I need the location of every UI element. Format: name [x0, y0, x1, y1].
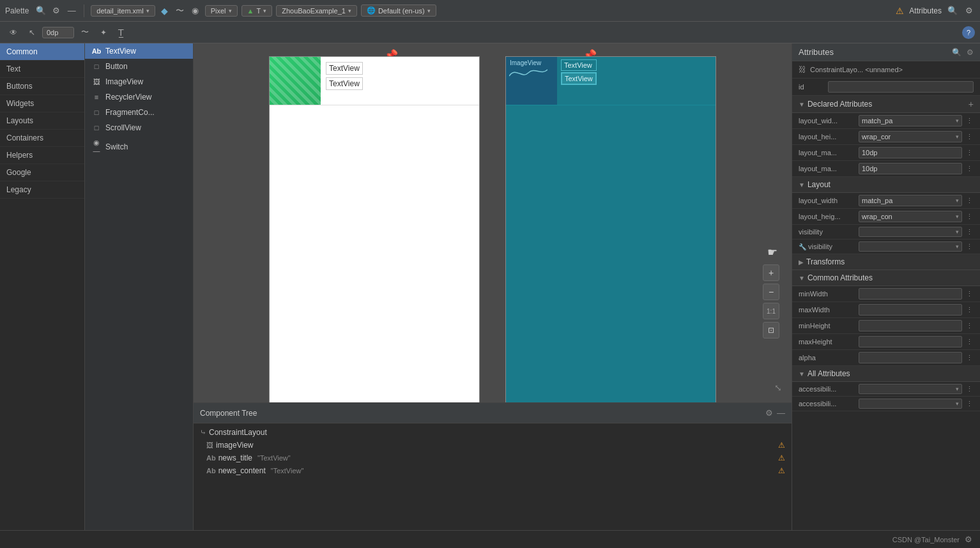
attr-dropdown-lh2[interactable]: wrap_con ▾: [859, 211, 962, 222]
sidebar-item-helpers[interactable]: Helpers: [0, 147, 84, 164]
attr-flag-acc2[interactable]: ⋮: [965, 399, 974, 408]
attr-value-minh[interactable]: [859, 320, 962, 331]
magic-button[interactable]: ✦: [96, 26, 111, 40]
attr-dropdown-acc2[interactable]: ▾: [859, 399, 962, 409]
attr-settings-icon[interactable]: ⚙: [963, 5, 975, 17]
layout-section-header[interactable]: ▼ Layout: [792, 177, 980, 193]
comp-item-switch[interactable]: ◉— Switch: [85, 135, 193, 158]
sidebar-item-containers[interactable]: Containers: [0, 130, 84, 147]
tree-node-root[interactable]: ⤷ ConstraintLayout: [194, 426, 792, 439]
attr-id-input[interactable]: [828, 81, 974, 93]
help-button[interactable]: ?: [962, 26, 975, 39]
zoom-minus-button[interactable]: −: [763, 284, 779, 300]
locale-pill[interactable]: 🌐 Default (en-us) ▾: [361, 4, 436, 17]
search-icon[interactable]: 🔍: [35, 5, 47, 17]
comp-item-button[interactable]: □ Button: [85, 59, 193, 74]
attr-value-ma2[interactable]: [859, 163, 962, 174]
attr-flag-ma1[interactable]: ⋮: [965, 148, 974, 157]
attr-dropdown-vis1[interactable]: ▾: [859, 227, 962, 237]
device-pill[interactable]: Pixel ▾: [205, 5, 238, 17]
attr-panel-scroll[interactable]: ⛓ ConstraintLayo... <unnamed> id ▼ Decla…: [792, 61, 980, 530]
attr-flag-alpha[interactable]: ⋮: [965, 353, 974, 362]
attr-flag-vis1[interactable]: ⋮: [965, 227, 974, 236]
sidebar-item-legacy[interactable]: Legacy: [0, 181, 84, 199]
dp-input[interactable]: [42, 27, 74, 38]
attr-dropdown-lw[interactable]: match_pa ▾: [859, 115, 962, 126]
comp-item-recyclerview[interactable]: ≡ RecyclerView: [85, 89, 193, 105]
attr-flag-maxh[interactable]: ⋮: [965, 337, 974, 346]
attr-name-ma1: layout_ma...: [799, 149, 856, 156]
tree-node-imageview[interactable]: 🖼 imageView ⚠: [194, 439, 792, 452]
tree-node-news-content[interactable]: Ab news_content "TextView" ⚠: [194, 464, 792, 477]
attr-header-settings-icon[interactable]: ⚙: [967, 48, 974, 57]
attr-value-maxh[interactable]: [859, 336, 962, 347]
declared-attrs-header[interactable]: ▼ Declared Attributes +: [792, 96, 980, 113]
comp-item-fragment[interactable]: □ FragmentCo...: [85, 105, 193, 120]
footer-settings-icon[interactable]: ⚙: [965, 535, 972, 544]
sidebar-item-common[interactable]: Common: [0, 43, 84, 61]
transforms-chevron: ▶: [799, 259, 804, 266]
transforms-section-header[interactable]: ▶ Transforms: [792, 254, 980, 270]
attr-flag-lh[interactable]: ⋮: [965, 132, 974, 141]
attr-flag-lw2[interactable]: ⋮: [965, 196, 974, 205]
attr-row-visibility1: visibility ▾ ⋮: [792, 225, 980, 240]
attr-flag-minh[interactable]: ⋮: [965, 321, 974, 330]
attr-value-minw[interactable]: [859, 288, 962, 300]
sidebar-item-buttons[interactable]: Buttons: [0, 78, 84, 95]
declared-add-btn[interactable]: +: [969, 99, 974, 109]
attr-search-icon[interactable]: 🔍: [947, 5, 958, 17]
sidebar-item-text[interactable]: Text: [0, 61, 84, 78]
theme-pill[interactable]: ▲ T ▾: [241, 5, 273, 17]
cursor-button[interactable]: ↖: [24, 26, 40, 40]
sidebar-item-google[interactable]: Google: [0, 164, 84, 181]
eye-button[interactable]: 👁: [5, 26, 22, 40]
attr-dropdown-vis2[interactable]: ▾: [859, 241, 962, 252]
settings-icon[interactable]: ⚙: [50, 5, 62, 17]
button-icon: □: [91, 63, 102, 70]
ct-settings-icon[interactable]: ⚙: [765, 408, 773, 418]
comp-item-textview[interactable]: Ab TextView: [85, 43, 193, 59]
attr-flag-lh2[interactable]: ⋮: [965, 212, 974, 221]
attributes-label: Attributes: [909, 6, 942, 15]
constraint-link-icon: ⛓: [799, 65, 806, 74]
android-icon: ◆: [159, 5, 171, 17]
attr-dropdown-lh[interactable]: wrap_cor ▾: [859, 131, 962, 142]
attr-flag-maxw[interactable]: ⋮: [965, 305, 974, 314]
attr-value-ma1[interactable]: [859, 147, 962, 158]
comp-item-imageview[interactable]: 🖼 ImageView: [85, 74, 193, 89]
attr-name-minh: minHeight: [799, 322, 856, 330]
zoom-fit-button[interactable]: ⊡: [763, 322, 779, 339]
comp-label-switch: Switch: [105, 142, 128, 151]
appname-pill[interactable]: ZhouBaoExample_1 ▾: [276, 5, 357, 17]
comp-item-scrollview[interactable]: □ ScrollView: [85, 120, 193, 135]
attr-flag-acc1[interactable]: ⋮: [965, 384, 974, 393]
attr-flag-ma2[interactable]: ⋮: [965, 164, 974, 173]
tree-newstitle-warning: ⚠: [778, 453, 785, 462]
zoom-plus-button[interactable]: +: [763, 264, 779, 281]
zoom-ratio-label[interactable]: 1:1: [763, 303, 779, 319]
attr-name-lh2: layout_heig...: [799, 213, 856, 220]
attr-flag-minw[interactable]: ⋮: [965, 289, 974, 298]
tree-node-news-title[interactable]: Ab news_title "TextView" ⚠: [194, 452, 792, 464]
attr-row-accessibility1: accessibili... ▾ ⋮: [792, 382, 980, 397]
text-baseline-button[interactable]: T̲: [114, 25, 128, 40]
wave-chart: [509, 63, 547, 82]
attr-flag-vis2[interactable]: ⋮: [965, 242, 974, 251]
wave-icon: 〜: [174, 5, 186, 17]
tree-newstitle-sublabel: "TextView": [257, 454, 291, 462]
attr-dropdown-lw2[interactable]: match_pa ▾: [859, 195, 962, 206]
attr-dropdown-acc1[interactable]: ▾: [859, 384, 962, 394]
attr-value-maxw[interactable]: [859, 304, 962, 316]
attr-flag-lw[interactable]: ⋮: [965, 116, 974, 125]
all-attrs-section-header[interactable]: ▼ All Attributes: [792, 366, 980, 382]
ct-minimize-icon[interactable]: —: [777, 408, 785, 418]
sidebar-item-widgets[interactable]: Widgets: [0, 95, 84, 112]
minimize-icon[interactable]: —: [66, 5, 77, 17]
wave-button[interactable]: 〜: [77, 24, 93, 40]
filename-pill[interactable]: detail_item.xml ▾: [91, 5, 155, 17]
common-attrs-section-header[interactable]: ▼ Common Attributes: [792, 270, 980, 286]
attr-value-alpha[interactable]: [859, 352, 962, 363]
attr-header-search-icon[interactable]: 🔍: [952, 48, 961, 57]
sidebar-item-layouts[interactable]: Layouts: [0, 112, 84, 130]
attr-name-lw: layout_wid...: [799, 117, 856, 125]
